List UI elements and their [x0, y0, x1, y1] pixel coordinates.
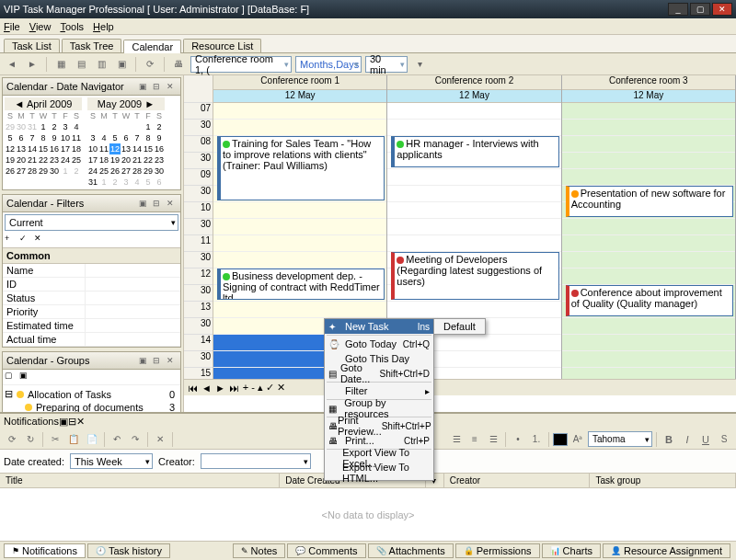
calendar-event[interactable]: Presentation of new software for Account… — [566, 186, 733, 217]
rte-icon[interactable]: 📄 — [84, 431, 100, 448]
text-color-icon[interactable] — [553, 433, 568, 446]
group-root[interactable]: ⊟ Allocation of Tasks0 — [5, 387, 178, 401]
panel-close-icon[interactable]: ✕ — [164, 354, 177, 367]
filter-toolbar-icon[interactable]: + — [5, 234, 17, 246]
rte-icon[interactable]: ↻ — [22, 431, 39, 448]
btab-task-history[interactable]: 🕘Task history — [87, 543, 170, 558]
menu-export-html[interactable]: Export View To HTML... — [325, 465, 433, 480]
panel-btn-icon[interactable]: ▣ — [136, 354, 149, 367]
rte-icon[interactable]: ⟳ — [4, 431, 20, 448]
menu-print-preview[interactable]: 🖶Print Preview...Shift+Ctrl+P — [325, 418, 433, 433]
col-task-group[interactable]: Task group — [590, 474, 736, 487]
menu-tools[interactable]: Tools — [60, 21, 84, 32]
align-right-icon[interactable]: ☰ — [485, 431, 501, 448]
refresh-icon[interactable]: ⟳ — [142, 56, 158, 73]
calendar-event[interactable]: Business development dep. - Signing of c… — [217, 269, 385, 300]
toolbar-icon[interactable]: ▥ — [93, 56, 109, 73]
menu-new-task[interactable]: ✦New TaskIns — [325, 319, 433, 334]
menu-goto-today[interactable]: ⌚Goto TodayCtrl+Q — [325, 337, 433, 351]
groups-toolbar-icon[interactable]: ▢ — [5, 371, 17, 383]
room-column-3[interactable]: Presentation of new software for Account… — [562, 103, 736, 379]
panel-pin-icon[interactable]: ⊟ — [150, 80, 163, 93]
filter-current-combo[interactable]: Current — [5, 214, 178, 231]
btab-notes[interactable]: ✎Notes — [233, 543, 286, 558]
date-created-select[interactable]: This Week — [70, 453, 153, 469]
italic-icon[interactable]: I — [679, 431, 696, 448]
panel-btn-icon[interactable]: ▣ — [136, 80, 149, 93]
rte-icon[interactable]: ✕ — [152, 431, 168, 448]
list-number-icon[interactable]: 1. — [528, 431, 545, 448]
toolbar-icon[interactable]: ▤ — [73, 56, 89, 73]
room-select[interactable]: Conference room 1, ( — [190, 56, 292, 73]
font-select[interactable]: Tahoma — [588, 431, 652, 447]
creator-select[interactable] — [201, 453, 311, 469]
panel-pin-icon[interactable]: ⊟ — [150, 197, 163, 210]
btab-charts[interactable]: 📊Charts — [542, 543, 601, 558]
rte-icon[interactable]: ✂ — [47, 431, 63, 448]
toolbar-icon[interactable]: ▣ — [113, 56, 130, 73]
panel-close-icon[interactable]: ✕ — [76, 416, 85, 428]
calendar-event[interactable]: Conference about improvement of Quality … — [566, 285, 733, 316]
interval-select[interactable]: 30 min — [365, 56, 408, 73]
panel-btn-icon[interactable]: ▣ — [59, 416, 68, 428]
toolbar-icon[interactable]: ▦ — [52, 56, 69, 73]
minimize-button[interactable]: _ — [668, 3, 688, 16]
tab-resource-list[interactable]: Resource List — [183, 39, 261, 52]
panel-close-icon[interactable]: ✕ — [164, 197, 177, 210]
dropdown-icon[interactable]: ▾ — [411, 56, 428, 73]
nav-prev-icon[interactable]: ◄ — [201, 383, 212, 394]
align-center-icon[interactable]: ≡ — [466, 431, 483, 448]
rte-redo-icon[interactable]: ↷ — [127, 431, 144, 448]
col-creator[interactable]: Creator — [444, 474, 591, 487]
menu-filter[interactable]: Filter▸ — [325, 383, 433, 398]
btab-resource-assignment[interactable]: 👤Resource Assignment — [603, 543, 730, 558]
btab-attachments[interactable]: 📎Attachments — [368, 543, 454, 558]
nav-back-button[interactable]: ◄ — [4, 56, 20, 73]
print-icon[interactable]: 🖶 — [170, 56, 187, 73]
menu-goto-date[interactable]: ▤Goto Date...Shift+Ctrl+D — [325, 366, 433, 381]
panel-pin-icon[interactable]: ⊟ — [150, 354, 163, 367]
context-submenu-default[interactable]: Default — [433, 318, 486, 335]
nav-fwd-button[interactable]: ► — [24, 56, 40, 73]
groups-toolbar-icon[interactable]: ▣ — [19, 371, 32, 383]
menu-file[interactable]: File — [4, 21, 20, 32]
rte-undo-icon[interactable]: ↶ — [109, 431, 125, 448]
bold-icon[interactable]: B — [661, 431, 677, 448]
panel-btn-icon[interactable]: ▣ — [136, 197, 149, 210]
filter-toolbar-icon[interactable]: ✕ — [34, 234, 47, 246]
period-select[interactable]: Months,Days — [295, 56, 362, 73]
menu-group-by-resources[interactable]: ▦Group by resources — [325, 401, 433, 416]
align-left-icon[interactable]: ☰ — [448, 431, 465, 448]
date-navigator-panel: Calendar - Date Navigator ▣ ⊟ ✕ ◄ April … — [2, 77, 181, 190]
calendar-event[interactable]: Training for Sales Team - "How to improv… — [217, 136, 385, 200]
nav-first-icon[interactable]: ⏮ — [188, 383, 198, 394]
panel-close-icon[interactable]: ✕ — [164, 80, 177, 93]
tab-task-tree[interactable]: Task Tree — [62, 39, 122, 52]
calendar-event[interactable]: Meeting of Developers (Regarding latest … — [391, 252, 558, 300]
menu-view[interactable]: View — [29, 21, 52, 32]
col-title[interactable]: Title — [0, 474, 280, 487]
menu-help[interactable]: Help — [93, 21, 114, 32]
panel-pin-icon[interactable]: ⊟ — [68, 416, 76, 428]
tab-calendar[interactable]: Calendar — [123, 40, 181, 53]
calendar-event[interactable]: HR manager - Interviews with applicants — [391, 136, 558, 167]
list-bullet-icon[interactable]: • — [510, 431, 526, 448]
maximize-button[interactable]: ▢ — [690, 3, 710, 16]
underline-icon[interactable]: U — [697, 431, 714, 448]
group-item[interactable]: Preparing of documents3 — [5, 401, 178, 412]
btab-notifications[interactable]: ⚑Notifications — [4, 543, 86, 558]
font-fx-icon[interactable]: Aᵃ — [569, 431, 586, 448]
filter-toolbar-icon[interactable]: ✓ — [19, 234, 32, 246]
nav-next-icon[interactable]: ► — [215, 383, 225, 394]
btab-permissions[interactable]: 🔒Permissions — [455, 543, 540, 558]
nav-last-icon[interactable]: ⏭ — [229, 383, 239, 394]
btab-comments[interactable]: 💬Comments — [287, 543, 365, 558]
rte-icon[interactable]: 📋 — [65, 431, 82, 448]
room-header: Conference room 2 — [387, 75, 560, 90]
tab-task-list[interactable]: Task List — [4, 39, 60, 52]
close-button[interactable]: ✕ — [712, 3, 732, 16]
app-title: VIP Task Manager Professional [ User: Ad… — [4, 4, 309, 15]
calendar-may[interactable]: May 2009 ► SMTWTFS 12 3456789 1011121314… — [87, 97, 165, 188]
calendar-april[interactable]: ◄ April 2009 SMTWTFS 2930311234 56789101… — [5, 97, 82, 188]
strike-icon[interactable]: S — [716, 431, 732, 448]
